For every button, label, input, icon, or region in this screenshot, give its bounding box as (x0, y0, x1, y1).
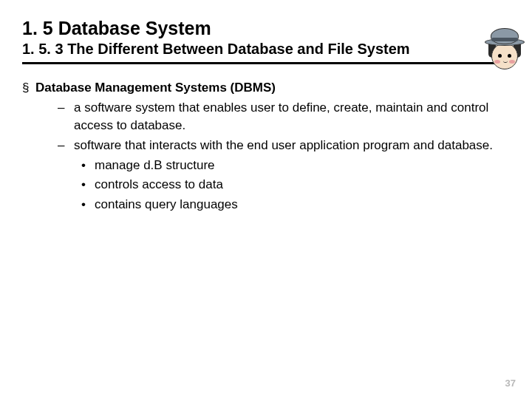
mascot-illustration (485, 28, 525, 72)
slide-content: Database Management Systems (DBMS) a sof… (22, 79, 510, 214)
sub-bullet: controls access to data (22, 176, 510, 194)
sub-bullet: manage d.B structure (22, 157, 510, 175)
bullet-heading: Database Management Systems (DBMS) (22, 79, 510, 98)
slide-subtitle: 1. 5. 3 The Different Between Database a… (22, 41, 510, 58)
slide-title: 1. 5 Database System (22, 18, 510, 39)
bullet-point: software that interacts with the end use… (22, 137, 510, 155)
bullet-point: a software system that enables user to d… (22, 99, 510, 135)
sub-bullet: contains query languages (22, 196, 510, 214)
slide-container: 1. 5 Database System 1. 5. 3 The Differe… (0, 0, 532, 399)
divider-line (22, 62, 510, 64)
page-number: 37 (505, 378, 516, 389)
